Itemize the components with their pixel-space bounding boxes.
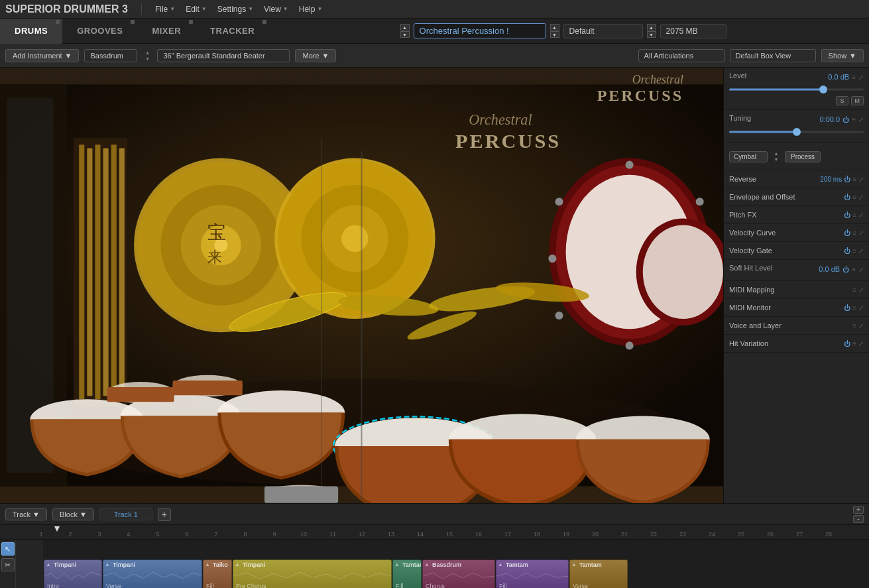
m-button[interactable]: M xyxy=(851,96,864,105)
beater-model-select[interactable]: 36" Bergerault Standard Beater xyxy=(157,49,290,62)
instrument-prev[interactable]: ▲ xyxy=(400,24,410,30)
pitch-fx-header[interactable]: Pitch FX ⏻ ≡ ⤢ xyxy=(724,206,869,224)
voice-layer-header[interactable]: Voice and Layer ≡ ⤢ xyxy=(724,317,869,335)
articulations-select[interactable]: All Articulations xyxy=(638,49,724,62)
menu-file[interactable]: File ▼ xyxy=(155,5,175,14)
beater-type-select[interactable]: Bassdrum xyxy=(84,49,137,62)
velocity-curve-menu-icon[interactable]: ≡ xyxy=(852,229,856,237)
midi-monitor-menu-icon[interactable]: ≡ xyxy=(852,304,856,312)
velocity-curve-icons: ⏻ ≡ ⤢ xyxy=(844,229,864,237)
reverse-menu-icon[interactable]: ≡ xyxy=(852,176,856,183)
menu-help[interactable]: Help ▼ xyxy=(299,5,323,14)
tab-drums[interactable]: DRUMS xyxy=(0,19,62,44)
preset2-next[interactable]: ▼ xyxy=(647,31,656,38)
view-select[interactable]: Default Box View xyxy=(730,49,816,62)
velocity-gate-header[interactable]: Velocity Gate ⏻ ≡ ⤢ xyxy=(724,242,869,260)
velocity-curve-expand-icon[interactable]: ⤢ xyxy=(858,229,864,237)
zoom-out-button[interactable]: - xyxy=(853,515,864,523)
block-button[interactable]: Block ▼ xyxy=(52,508,94,520)
hit-variation-expand-icon[interactable]: ⤢ xyxy=(858,340,864,347)
clip-timpani-intro[interactable]: ▲ Timpani Intro xyxy=(44,559,102,588)
midi-monitor-power-icon[interactable]: ⏻ xyxy=(844,304,850,312)
velocity-gate-power-icon[interactable]: ⏻ xyxy=(844,247,850,255)
more-button[interactable]: More ▼ xyxy=(295,49,336,62)
preset2-prev[interactable]: ▲ xyxy=(647,24,656,30)
beater-scroll[interactable]: ▲ ▼ xyxy=(143,46,152,65)
clip1-sublabel: Intro xyxy=(47,583,59,588)
velocity-gate-menu-icon[interactable]: ≡ xyxy=(852,247,856,255)
pitch-fx-expand-icon[interactable]: ⤢ xyxy=(858,211,864,219)
process-button[interactable]: Process xyxy=(785,151,821,162)
clip-bassdrum-chorus[interactable]: ▲ Bassdrum Chorus xyxy=(422,559,495,588)
velocity-gate-expand-icon[interactable]: ⤢ xyxy=(858,247,864,255)
level-expand-icon[interactable]: ⤢ xyxy=(858,74,864,81)
hit-variation-menu-icon[interactable]: ≡ xyxy=(852,340,856,347)
clip-tamtam-fill1[interactable]: ▲ Tamtam Fill xyxy=(392,559,422,588)
zoom-in-button[interactable]: + xyxy=(853,506,864,514)
pitch-fx-menu-icon[interactable]: ≡ xyxy=(852,211,856,219)
level-slider[interactable] xyxy=(729,84,864,95)
reverse-icons: 200 ms ⏻ ≡ ⤢ xyxy=(820,176,864,183)
hit-variation-header[interactable]: Hit Variation ⏻ ≡ ⤢ xyxy=(724,335,869,353)
clip7-label: Tamtam xyxy=(506,561,528,568)
voice-layer-expand-icon[interactable]: ⤢ xyxy=(858,322,864,329)
instrument-select[interactable]: Orchestral Percussion ! xyxy=(414,23,546,38)
midi-monitor-header[interactable]: MIDI Monitor ⏻ ≡ ⤢ xyxy=(724,299,869,317)
level-thumb[interactable] xyxy=(819,86,827,93)
clip-timpani-prechorus[interactable]: ▲ Timpani Pre Chorus xyxy=(233,559,392,588)
voice-layer-menu-icon[interactable]: ≡ xyxy=(852,322,856,329)
pitch-fx-power-icon[interactable]: ⏻ xyxy=(844,211,850,219)
scissors-tool-button[interactable]: ✂ xyxy=(1,558,15,571)
midi-mapping-header[interactable]: MIDI Mapping ≡ ⤢ xyxy=(724,281,869,299)
reverse-expand-icon[interactable]: ⤢ xyxy=(858,176,864,183)
preset-nav-arrows[interactable]: ▲ ▼ xyxy=(550,24,559,38)
tuning-slider[interactable] xyxy=(729,127,864,137)
soft-hit-expand-icon[interactable]: ⤢ xyxy=(858,266,864,273)
tab-tracker[interactable]: TRACKER xyxy=(196,19,269,44)
tuning-thumb[interactable] xyxy=(793,128,801,136)
soft-hit-power-icon[interactable]: ⏻ xyxy=(842,266,849,273)
cymbal-arrows[interactable]: ▲ ▼ xyxy=(772,147,781,166)
reverse-header[interactable]: Reverse 200 ms ⏻ ≡ ⤢ xyxy=(724,170,869,188)
level-menu-icon[interactable]: ≡ xyxy=(852,74,856,81)
track1-tab[interactable]: Track 1 xyxy=(99,508,152,520)
menu-view[interactable]: View ▼ xyxy=(264,5,288,14)
tuning-menu-icon[interactable]: ≡ xyxy=(852,116,856,123)
track-button[interactable]: Track ▼ xyxy=(5,508,47,520)
preset-next[interactable]: ▼ xyxy=(550,31,559,38)
cymbal-select[interactable]: Cymbal xyxy=(729,151,768,162)
envelope-header[interactable]: Envelope and Offset ⏻ ≡ ⤢ xyxy=(724,188,869,206)
reverse-power-icon[interactable]: ⏻ xyxy=(844,176,850,183)
envelope-power-icon[interactable]: ⏻ xyxy=(844,194,850,201)
envelope-menu-icon[interactable]: ≡ xyxy=(852,194,856,201)
add-track-button[interactable]: + xyxy=(158,508,171,521)
menu-edit[interactable]: Edit ▼ xyxy=(186,5,207,14)
clip-tamtam-verse[interactable]: ▲ Tamtam Verse xyxy=(569,559,628,588)
s-button[interactable]: S xyxy=(836,96,848,105)
track-lane-content[interactable]: ▲ Timpani Intro ▲ Timpani Verse xyxy=(42,540,869,588)
instrument-nav-arrows[interactable]: ▲ ▼ xyxy=(400,24,410,38)
clip-taiko-fill[interactable]: ▲ Taiko Fill xyxy=(203,559,232,588)
add-instrument-button[interactable]: Add Instrument ▼ xyxy=(5,49,79,62)
midi-monitor-expand-icon[interactable]: ⤢ xyxy=(858,304,864,312)
show-button[interactable]: Show ▼ xyxy=(821,49,864,62)
preset-select[interactable]: Default xyxy=(563,24,643,38)
tuning-expand-icon[interactable]: ⤢ xyxy=(858,116,864,123)
select-tool-button[interactable]: ↖ xyxy=(1,542,15,556)
midi-mapping-menu-icon[interactable]: ≡ xyxy=(852,286,856,294)
tab-grooves[interactable]: GROOVES xyxy=(62,19,137,44)
envelope-expand-icon[interactable]: ⤢ xyxy=(858,194,864,201)
soft-hit-menu-icon[interactable]: ≡ xyxy=(852,266,856,273)
tuning-power-icon[interactable]: ⏻ xyxy=(842,116,849,123)
track-controls-bar: Track ▼ Block ▼ Track 1 + + - xyxy=(0,504,869,525)
velocity-curve-header[interactable]: Velocity Curve ⏻ ≡ ⤢ xyxy=(724,224,869,242)
midi-mapping-expand-icon[interactable]: ⤢ xyxy=(858,286,864,294)
preset-prev[interactable]: ▲ xyxy=(550,24,559,30)
menu-settings[interactable]: Settings ▼ xyxy=(217,5,253,14)
clip-tamtam-fill2[interactable]: ▲ Tamtam Fill xyxy=(496,559,569,588)
velocity-curve-power-icon[interactable]: ⏻ xyxy=(844,229,850,237)
clip-timpani-verse[interactable]: ▲ Timpani Verse xyxy=(103,559,202,588)
tab-mixer[interactable]: MIXER xyxy=(137,19,196,44)
hit-variation-power-icon[interactable]: ⏻ xyxy=(844,340,850,347)
instrument-next[interactable]: ▼ xyxy=(400,31,410,38)
